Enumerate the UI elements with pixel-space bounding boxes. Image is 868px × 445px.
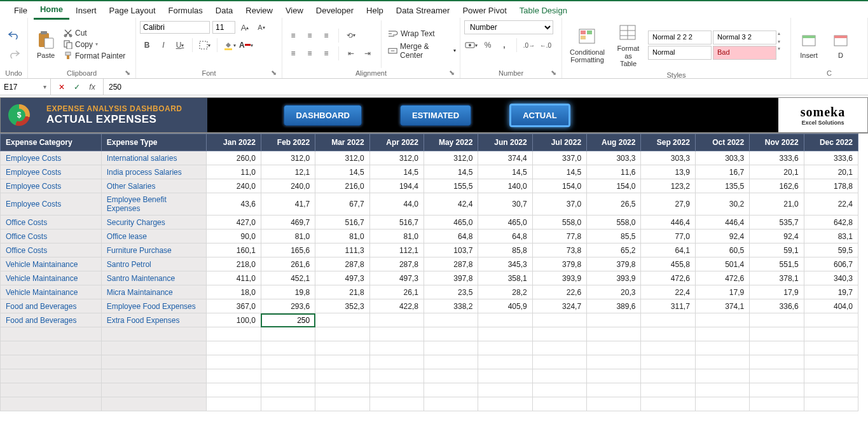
alignment-dialog-icon[interactable]: ⬊	[449, 69, 455, 77]
cell-type[interactable]	[101, 327, 207, 341]
cell-value[interactable]	[369, 369, 424, 383]
merge-center-button[interactable]: Merge & Center▾	[388, 42, 456, 60]
style-normal222[interactable]: Normal 2 2 2	[648, 31, 712, 44]
cell-value[interactable]	[695, 369, 749, 383]
align-left-icon[interactable]: ≡	[286, 46, 300, 60]
cell-value[interactable]	[804, 341, 858, 355]
cell-type[interactable]: Santro Maintenance	[101, 271, 207, 285]
cell-value[interactable]	[207, 369, 261, 383]
cell-value[interactable]	[695, 313, 749, 327]
cell-type[interactable]: Office lease	[101, 229, 207, 243]
cell-value[interactable]	[261, 355, 315, 369]
cell-value[interactable]	[587, 341, 641, 355]
cell-category[interactable]: Vehicle Maintainance	[1, 285, 102, 299]
redo-icon[interactable]	[7, 47, 21, 61]
cell-value[interactable]: 59,5	[804, 243, 858, 257]
cell-value[interactable]	[207, 383, 261, 397]
cell-value[interactable]	[478, 355, 532, 369]
cell-value[interactable]: 83,1	[804, 229, 858, 243]
cell-value[interactable]	[695, 355, 749, 369]
tab-review[interactable]: Review	[239, 3, 279, 19]
cell-value[interactable]	[261, 383, 315, 397]
cell-value[interactable]	[478, 313, 532, 327]
cell-value[interactable]	[804, 355, 858, 369]
cell-value[interactable]: 11,6	[587, 165, 641, 179]
font-name-input[interactable]	[140, 21, 210, 34]
cell-value[interactable]: 44,0	[369, 193, 424, 216]
header-month[interactable]: Nov 2022	[750, 134, 804, 151]
cell-value[interactable]	[641, 327, 695, 341]
cell-value[interactable]: 405,9	[478, 299, 532, 313]
cell-value[interactable]: 303,3	[695, 151, 749, 165]
format-as-table-button[interactable]: Format as Table	[612, 20, 644, 70]
cell-value[interactable]: 81,0	[261, 229, 315, 243]
cell-value[interactable]: 455,8	[641, 257, 695, 271]
cell-value[interactable]: 155,5	[424, 179, 478, 193]
cell-value[interactable]: 135,5	[695, 179, 749, 193]
cell-value[interactable]	[315, 327, 369, 341]
nav-actual-button[interactable]: ACTUAL	[509, 104, 570, 127]
tab-developer[interactable]: Developer	[310, 3, 360, 19]
cell-value[interactable]: 17,9	[695, 285, 749, 299]
cell-value[interactable]	[424, 313, 478, 327]
cell-value[interactable]: 218,0	[207, 257, 261, 271]
cell-type[interactable]: Furniture Purchase	[101, 243, 207, 257]
cell-value[interactable]: 558,0	[587, 216, 641, 229]
cell-value[interactable]: 154,0	[587, 179, 641, 193]
cell-value[interactable]	[261, 327, 315, 341]
cell-value[interactable]	[695, 327, 749, 341]
cell-value[interactable]: 59,1	[750, 243, 804, 257]
cell-value[interactable]: 404,0	[804, 299, 858, 313]
cell-value[interactable]: 22,6	[532, 285, 586, 299]
style-bad[interactable]: Bad	[713, 46, 776, 60]
cell-value[interactable]	[587, 313, 641, 327]
cell-value[interactable]	[424, 341, 478, 355]
cell-value[interactable]	[750, 313, 804, 327]
tab-formulas[interactable]: Formulas	[162, 3, 209, 19]
cell-value[interactable]	[587, 355, 641, 369]
cell-value[interactable]: 64,8	[424, 229, 478, 243]
cell-value[interactable]: 261,6	[261, 257, 315, 271]
cell-type[interactable]	[101, 355, 207, 369]
cell-category[interactable]: Employee Costs	[1, 179, 102, 193]
copy-button[interactable]: Copy▾	[64, 40, 125, 49]
cell-value[interactable]: 558,0	[532, 216, 586, 229]
comma-icon[interactable]: ,	[497, 38, 511, 52]
cell-value[interactable]: 65,2	[587, 243, 641, 257]
tab-home[interactable]: Home	[34, 2, 69, 20]
cell-value[interactable]: 240,0	[207, 179, 261, 193]
enter-icon[interactable]: ✓	[70, 80, 84, 94]
cell-category[interactable]: Employee Costs	[1, 151, 102, 165]
cell-value[interactable]: 427,0	[207, 216, 261, 229]
cell-value[interactable]: 21,0	[750, 193, 804, 216]
cell-category[interactable]: Office Costs	[1, 229, 102, 243]
cell-value[interactable]	[532, 313, 586, 327]
cell-category[interactable]	[1, 341, 102, 355]
cell-value[interactable]: 535,7	[750, 216, 804, 229]
cell-value[interactable]	[587, 397, 641, 411]
cell-value[interactable]: 85,5	[587, 229, 641, 243]
cell-value[interactable]: 30,2	[695, 193, 749, 216]
nav-dashboard-button[interactable]: DASHBOARD	[284, 105, 362, 126]
cell-value[interactable]: 23,5	[424, 285, 478, 299]
cell-value[interactable]: 11,0	[207, 165, 261, 179]
cell-value[interactable]: 92,4	[750, 229, 804, 243]
cell-value[interactable]: 345,3	[478, 257, 532, 271]
cell-value[interactable]: 37,0	[532, 193, 586, 216]
cell-category[interactable]: Office Costs	[1, 216, 102, 229]
decrease-font-icon[interactable]: A▾	[254, 20, 268, 34]
cell-value[interactable]: 358,1	[478, 271, 532, 285]
cell-value[interactable]	[750, 341, 804, 355]
number-format-select[interactable]: Number	[464, 20, 553, 34]
cell-value[interactable]	[315, 313, 369, 327]
cell-value[interactable]	[587, 327, 641, 341]
cell-value[interactable]: 393,9	[532, 271, 586, 285]
cell-type[interactable]: India process Salaries	[101, 165, 207, 179]
cell-type[interactable]	[101, 341, 207, 355]
cancel-icon[interactable]: ✕	[55, 80, 69, 94]
decrease-indent-icon[interactable]: ⇤	[344, 46, 358, 60]
cell-value[interactable]	[587, 369, 641, 383]
cell-value[interactable]: 64,8	[478, 229, 532, 243]
cell-value[interactable]: 465,0	[424, 216, 478, 229]
style-more[interactable]: ▾	[778, 46, 787, 60]
